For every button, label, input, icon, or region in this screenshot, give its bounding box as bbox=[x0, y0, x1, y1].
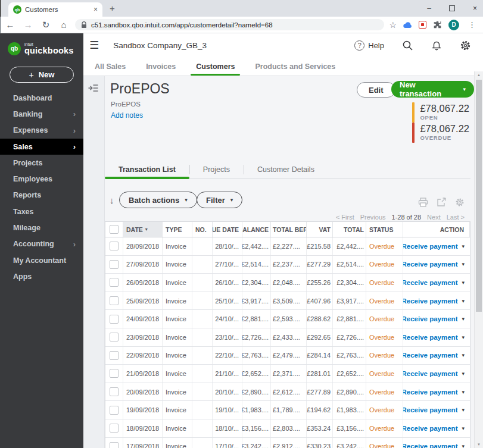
edit-button[interactable]: Edit bbox=[357, 82, 395, 98]
cell-type[interactable]: Invoice bbox=[163, 274, 192, 292]
pagination-last[interactable]: Last > bbox=[447, 214, 465, 221]
scrollbar-thumb[interactable] bbox=[476, 80, 482, 312]
sidebar-item[interactable]: Employees › bbox=[0, 171, 83, 187]
action-caret-icon[interactable]: ▾ bbox=[462, 443, 465, 448]
cell-type[interactable]: Invoice bbox=[163, 347, 192, 365]
scroll-up-icon[interactable]: ▲ bbox=[475, 73, 483, 77]
sidebar-item[interactable]: Reports › bbox=[0, 187, 83, 203]
table-settings-gear-icon[interactable] bbox=[455, 198, 465, 207]
sidebar-item[interactable]: Dashboard › bbox=[0, 90, 83, 106]
sidebar-item[interactable]: Projects › bbox=[0, 155, 83, 171]
refresh-button[interactable]: ↻ bbox=[37, 20, 55, 30]
browser-tab[interactable]: qb Customers × bbox=[8, 2, 102, 17]
address-bar[interactable]: c51.sandbox.qbo.intuit.com/app/customerd… bbox=[75, 19, 384, 30]
action-caret-icon[interactable]: ▾ bbox=[462, 261, 465, 267]
receive-payment-link[interactable]: Receive payment bbox=[403, 389, 457, 396]
row-checkbox[interactable] bbox=[105, 347, 123, 365]
cell-type[interactable]: Invoice bbox=[163, 310, 192, 328]
action-caret-icon[interactable]: ▾ bbox=[462, 407, 465, 413]
row-checkbox[interactable] bbox=[105, 292, 123, 310]
minimize-button[interactable]: – bbox=[427, 4, 431, 12]
browser-menu-icon[interactable]: ⋮ bbox=[466, 20, 478, 29]
sidebar-item[interactable]: Apps › bbox=[0, 268, 83, 284]
bookmark-star-icon[interactable]: ☆ bbox=[389, 20, 397, 30]
cell-type[interactable]: Invoice bbox=[163, 383, 192, 401]
sidebar-item[interactable]: Expenses › bbox=[0, 123, 83, 139]
column-header-total[interactable]: TOTAL bbox=[333, 222, 366, 237]
action-caret-icon[interactable]: ▾ bbox=[462, 280, 465, 286]
column-header-date[interactable]: DATE ▾ bbox=[123, 222, 163, 237]
sales-nav-tab[interactable]: Products and Services bbox=[250, 57, 341, 76]
settings-gear-icon[interactable] bbox=[460, 40, 471, 51]
action-caret-icon[interactable]: ▾ bbox=[462, 243, 465, 249]
row-checkbox[interactable] bbox=[105, 365, 123, 383]
pagination-first[interactable]: < First bbox=[336, 214, 354, 221]
scroll-down-icon[interactable]: ▼ bbox=[475, 443, 483, 446]
receive-payment-link[interactable]: Receive payment bbox=[403, 297, 457, 305]
row-checkbox[interactable] bbox=[105, 237, 123, 255]
action-caret-icon[interactable]: ▾ bbox=[462, 371, 465, 377]
row-checkbox[interactable] bbox=[105, 274, 123, 292]
sidebar-item[interactable]: Accounting › bbox=[0, 236, 83, 252]
vertical-scrollbar[interactable]: ▲ ▼ bbox=[474, 71, 483, 448]
row-checkbox[interactable] bbox=[105, 310, 123, 328]
select-all-checkbox[interactable] bbox=[105, 222, 123, 237]
row-checkbox[interactable] bbox=[105, 419, 123, 437]
sales-nav-tab[interactable]: Invoices bbox=[141, 57, 181, 76]
batch-actions-button[interactable]: Batch actions ▾ bbox=[119, 192, 197, 208]
help-button[interactable]: ? Help bbox=[354, 40, 384, 51]
receive-payment-link[interactable]: Receive payment bbox=[403, 443, 457, 448]
sidebar-item[interactable]: Sales › bbox=[0, 139, 83, 155]
notifications-bell-icon[interactable] bbox=[431, 40, 442, 51]
row-checkbox[interactable] bbox=[105, 328, 123, 346]
receive-payment-link[interactable]: Receive payment bbox=[403, 315, 457, 322]
tab-close-icon[interactable]: × bbox=[94, 5, 98, 14]
row-checkbox[interactable] bbox=[105, 256, 123, 274]
column-header-vat[interactable]: VAT bbox=[307, 222, 333, 237]
cell-type[interactable]: Invoice bbox=[163, 292, 192, 310]
cell-type[interactable]: Invoice bbox=[163, 365, 192, 383]
sales-nav-tab[interactable]: Customers bbox=[191, 57, 240, 76]
receive-payment-link[interactable]: Receive payment bbox=[403, 406, 457, 413]
receive-payment-link[interactable]: Receive payment bbox=[403, 261, 457, 268]
back-button[interactable]: ← bbox=[1, 20, 19, 30]
cloud-extension-icon[interactable] bbox=[403, 21, 412, 29]
collapse-panel-icon[interactable] bbox=[88, 83, 99, 93]
export-icon[interactable] bbox=[437, 198, 447, 207]
detail-tab[interactable]: Projects bbox=[189, 161, 244, 178]
sales-nav-tab[interactable]: All Sales bbox=[89, 57, 131, 76]
receive-payment-link[interactable]: Receive payment bbox=[403, 334, 457, 341]
receive-payment-link[interactable]: Receive payment bbox=[403, 352, 457, 359]
action-caret-icon[interactable]: ▾ bbox=[462, 352, 465, 358]
forward-button[interactable]: → bbox=[19, 20, 37, 30]
cell-type[interactable]: Invoice bbox=[163, 419, 192, 437]
action-caret-icon[interactable]: ▾ bbox=[462, 389, 465, 395]
column-header-no[interactable]: NO. bbox=[192, 222, 213, 237]
pagination-previous[interactable]: Previous bbox=[360, 214, 386, 221]
maximize-button[interactable] bbox=[449, 5, 455, 11]
arrow-down-icon[interactable]: ↓ bbox=[110, 195, 114, 205]
column-header-due-date[interactable]: DUE DATE bbox=[213, 222, 242, 237]
cell-type[interactable]: Invoice bbox=[163, 237, 192, 255]
pagination-next[interactable]: Next bbox=[427, 214, 441, 221]
company-name[interactable]: Sandbox Company_GB_3 bbox=[113, 41, 207, 50]
detail-tab[interactable]: Customer Details bbox=[244, 161, 328, 178]
close-window-button[interactable]: × bbox=[473, 4, 477, 12]
extensions-puzzle-icon[interactable] bbox=[433, 20, 442, 29]
action-caret-icon[interactable]: ▾ bbox=[462, 425, 465, 431]
search-icon[interactable] bbox=[402, 40, 413, 51]
cell-type[interactable]: Invoice bbox=[163, 256, 192, 274]
receive-payment-link[interactable]: Receive payment bbox=[403, 243, 457, 250]
detail-tab[interactable]: Transaction List bbox=[105, 161, 189, 178]
row-checkbox[interactable] bbox=[105, 401, 123, 419]
cell-type[interactable]: Invoice bbox=[163, 328, 192, 346]
row-checkbox[interactable] bbox=[105, 438, 123, 448]
filter-button[interactable]: Filter ▾ bbox=[197, 192, 242, 208]
new-tab-button[interactable]: + bbox=[110, 3, 115, 13]
action-caret-icon[interactable]: ▾ bbox=[462, 334, 465, 340]
column-header-type[interactable]: TYPE bbox=[163, 222, 192, 237]
red-extension-icon[interactable] bbox=[419, 21, 426, 29]
receive-payment-link[interactable]: Receive payment bbox=[403, 279, 457, 286]
column-header-balance[interactable]: BALANCE bbox=[242, 222, 271, 237]
new-transaction-button[interactable]: New transaction ▾ bbox=[391, 81, 474, 98]
